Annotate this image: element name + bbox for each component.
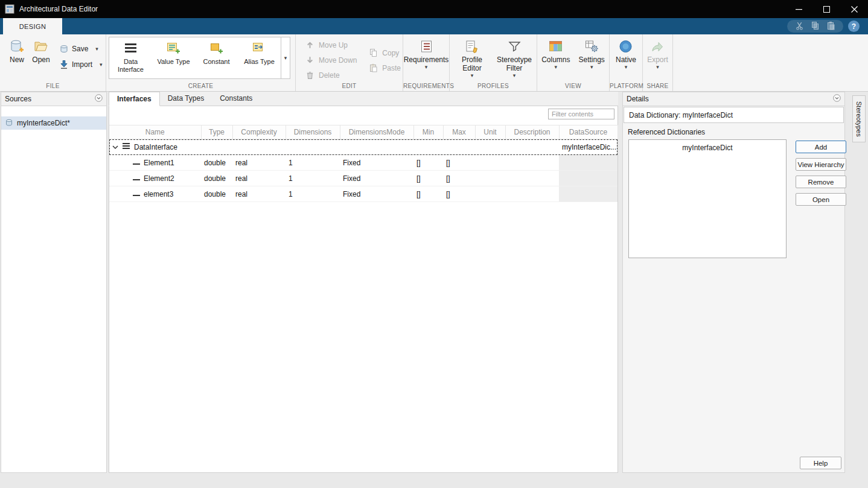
tab-data-types[interactable]: Data Types [160,92,212,106]
copy-button[interactable]: Copy [369,48,401,58]
create-gallery-dropdown[interactable]: ▾ [281,37,290,78]
cell-min[interactable]: [] [413,155,443,171]
stereotypes-tab[interactable]: Stereotypes [852,95,866,142]
cell-dimensions[interactable]: 1 [286,186,340,202]
source-item-myinterfacedict[interactable]: myInterfaceDict* [1,116,106,130]
cell-name[interactable]: Element2 [109,171,201,186]
profile-editor-button[interactable]: Profile Editor ▾ [452,34,492,80]
cell-dimensions[interactable]: 1 [286,171,340,186]
referenced-dictionary-item[interactable]: myInterfaceDict [629,144,786,152]
cell-description[interactable] [505,155,559,171]
cell-unit[interactable] [475,155,505,171]
tab-interfaces[interactable]: Interfaces [109,92,160,106]
column-header-unit[interactable]: Unit [475,125,505,139]
paste-icon[interactable] [826,21,835,32]
cell-dimensionsmode[interactable]: Fixed [340,155,413,171]
table-row-datainterface[interactable]: DataInterface myInterfaceDic... [109,139,617,155]
column-header-type[interactable]: Type [201,125,232,139]
columns-button[interactable]: Columns ▾ [540,34,572,71]
export-button[interactable]: Export ▾ [645,34,670,71]
table-row-element2[interactable]: Element2 double real 1 Fixed [] [] [109,171,617,186]
cell-max[interactable]: [] [443,155,475,171]
save-dropdown-icon[interactable]: ▾ [95,46,98,52]
cell-min[interactable]: [] [413,171,443,186]
copy-icon[interactable] [811,21,820,32]
help-icon[interactable]: ? [848,21,860,32]
referenced-dictionaries-list[interactable]: myInterfaceDict [628,139,787,258]
cell-type[interactable] [201,139,232,155]
constant-button[interactable]: Constant [195,37,238,78]
cell-dimensionsmode[interactable] [340,139,413,155]
cell-unit[interactable] [475,171,505,186]
cell-complexity[interactable]: real [232,186,286,202]
cell-max[interactable]: [] [443,186,475,202]
value-type-button[interactable]: Value Type [152,37,195,78]
settings-button[interactable]: Settings ▾ [577,34,607,71]
cell-type[interactable]: double [201,186,232,202]
help-button[interactable]: Help [800,457,841,469]
paste-button[interactable]: Paste [369,63,401,73]
column-header-min[interactable]: Min [413,125,443,139]
cell-datasource[interactable]: myInterfaceDic... [559,139,617,155]
open-button[interactable]: Open [29,34,53,65]
cell-unit[interactable] [475,186,505,202]
cell-dimensions[interactable] [286,139,340,155]
save-button[interactable]: Save ▾ [59,44,103,54]
cell-datasource[interactable] [559,171,617,186]
cell-dimensions[interactable]: 1 [286,155,340,171]
import-button[interactable]: Import ▾ [59,60,103,69]
delete-button[interactable]: Delete [305,71,357,80]
column-header-description[interactable]: Description [505,125,559,139]
cell-max[interactable] [443,139,475,155]
move-down-button[interactable]: Move Down [305,55,357,65]
minimize-button[interactable] [785,0,812,18]
table-row-element3[interactable]: element3 double real 1 Fixed [] [] [109,186,617,202]
cell-dimensionsmode[interactable]: Fixed [340,186,413,202]
column-header-dimensionsmode[interactable]: DimensionsMode [340,125,413,139]
add-button[interactable]: Add [796,141,846,153]
cell-description[interactable] [505,139,559,155]
cell-type[interactable]: double [201,155,232,171]
import-dropdown-icon[interactable]: ▾ [100,62,103,68]
sources-collapse-icon[interactable] [95,94,103,104]
column-header-max[interactable]: Max [443,125,475,139]
column-header-datasource[interactable]: DataSource [559,125,617,139]
filter-contents-input[interactable] [548,109,614,119]
cell-min[interactable] [413,139,443,155]
native-button[interactable]: Native ▾ [614,34,638,71]
cell-datasource[interactable] [559,155,617,171]
tab-design[interactable]: DESIGN [3,18,62,34]
column-header-dimensions[interactable]: Dimensions [286,125,340,139]
cell-name[interactable]: element3 [109,186,201,202]
column-header-complexity[interactable]: Complexity [232,125,286,139]
alias-type-button[interactable]: Alias Type [238,37,281,78]
remove-button[interactable]: Remove [796,176,846,188]
expander-chevron-icon[interactable] [112,143,118,151]
view-hierarchy-button[interactable]: View Hierarchy [796,158,846,171]
cell-name[interactable]: Element1 [109,155,201,171]
cell-unit[interactable] [475,139,505,155]
cell-description[interactable] [505,186,559,202]
data-interface-button[interactable]: Data Interface [109,37,152,78]
close-button[interactable] [840,0,868,18]
open-button-details[interactable]: Open [796,193,846,206]
table-row-element1[interactable]: Element1 double real 1 Fixed [] [] [109,155,617,171]
cell-type[interactable]: double [201,171,232,186]
stereotype-filter-button[interactable]: Stereotype Filter ▾ [494,34,534,80]
cell-name[interactable]: DataInterface [109,139,201,155]
move-up-button[interactable]: Move Up [305,40,357,50]
cell-description[interactable] [505,171,559,186]
new-button[interactable]: New [5,34,29,65]
details-collapse-icon[interactable] [833,94,841,104]
cell-datasource[interactable] [559,186,617,202]
cut-icon[interactable] [795,21,804,32]
cell-complexity[interactable]: real [232,171,286,186]
tab-constants[interactable]: Constants [212,92,260,106]
cell-max[interactable]: [] [443,171,475,186]
maximize-button[interactable] [812,0,840,18]
cell-dimensionsmode[interactable]: Fixed [340,171,413,186]
cell-complexity[interactable]: real [232,155,286,171]
cell-complexity[interactable] [232,139,286,155]
requirements-button[interactable]: Requirements ▾ [403,34,449,71]
cell-min[interactable]: [] [413,186,443,202]
